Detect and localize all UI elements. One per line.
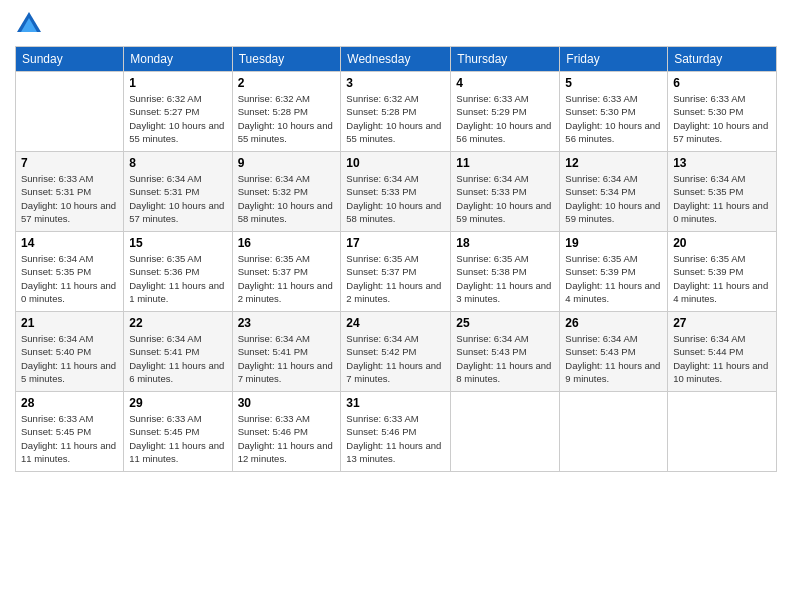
day-info: Sunrise: 6:34 AMSunset: 5:35 PMDaylight:…	[673, 172, 771, 225]
day-number: 10	[346, 156, 445, 170]
day-cell: 24Sunrise: 6:34 AMSunset: 5:42 PMDayligh…	[341, 312, 451, 392]
day-cell: 29Sunrise: 6:33 AMSunset: 5:45 PMDayligh…	[124, 392, 232, 472]
week-row-2: 14Sunrise: 6:34 AMSunset: 5:35 PMDayligh…	[16, 232, 777, 312]
day-number: 7	[21, 156, 118, 170]
day-cell	[668, 392, 777, 472]
day-info: Sunrise: 6:35 AMSunset: 5:38 PMDaylight:…	[456, 252, 554, 305]
day-number: 14	[21, 236, 118, 250]
day-header-sunday: Sunday	[16, 47, 124, 72]
day-number: 12	[565, 156, 662, 170]
day-cell	[451, 392, 560, 472]
day-cell: 20Sunrise: 6:35 AMSunset: 5:39 PMDayligh…	[668, 232, 777, 312]
day-number: 21	[21, 316, 118, 330]
day-cell: 6Sunrise: 6:33 AMSunset: 5:30 PMDaylight…	[668, 72, 777, 152]
day-number: 2	[238, 76, 336, 90]
day-header-monday: Monday	[124, 47, 232, 72]
day-number: 6	[673, 76, 771, 90]
day-cell: 4Sunrise: 6:33 AMSunset: 5:29 PMDaylight…	[451, 72, 560, 152]
day-cell: 28Sunrise: 6:33 AMSunset: 5:45 PMDayligh…	[16, 392, 124, 472]
day-cell: 25Sunrise: 6:34 AMSunset: 5:43 PMDayligh…	[451, 312, 560, 392]
logo-icon	[15, 10, 43, 38]
day-number: 24	[346, 316, 445, 330]
day-info: Sunrise: 6:34 AMSunset: 5:32 PMDaylight:…	[238, 172, 336, 225]
day-info: Sunrise: 6:33 AMSunset: 5:29 PMDaylight:…	[456, 92, 554, 145]
day-number: 29	[129, 396, 226, 410]
day-cell: 15Sunrise: 6:35 AMSunset: 5:36 PMDayligh…	[124, 232, 232, 312]
day-cell: 2Sunrise: 6:32 AMSunset: 5:28 PMDaylight…	[232, 72, 341, 152]
day-cell: 5Sunrise: 6:33 AMSunset: 5:30 PMDaylight…	[560, 72, 668, 152]
day-number: 17	[346, 236, 445, 250]
day-info: Sunrise: 6:34 AMSunset: 5:41 PMDaylight:…	[129, 332, 226, 385]
day-info: Sunrise: 6:35 AMSunset: 5:37 PMDaylight:…	[346, 252, 445, 305]
day-info: Sunrise: 6:34 AMSunset: 5:42 PMDaylight:…	[346, 332, 445, 385]
day-cell: 22Sunrise: 6:34 AMSunset: 5:41 PMDayligh…	[124, 312, 232, 392]
day-info: Sunrise: 6:33 AMSunset: 5:46 PMDaylight:…	[346, 412, 445, 465]
day-number: 11	[456, 156, 554, 170]
day-info: Sunrise: 6:35 AMSunset: 5:39 PMDaylight:…	[673, 252, 771, 305]
day-info: Sunrise: 6:32 AMSunset: 5:28 PMDaylight:…	[238, 92, 336, 145]
header-row: SundayMondayTuesdayWednesdayThursdayFrid…	[16, 47, 777, 72]
day-cell: 10Sunrise: 6:34 AMSunset: 5:33 PMDayligh…	[341, 152, 451, 232]
day-number: 18	[456, 236, 554, 250]
week-row-1: 7Sunrise: 6:33 AMSunset: 5:31 PMDaylight…	[16, 152, 777, 232]
day-cell: 18Sunrise: 6:35 AMSunset: 5:38 PMDayligh…	[451, 232, 560, 312]
week-row-4: 28Sunrise: 6:33 AMSunset: 5:45 PMDayligh…	[16, 392, 777, 472]
day-number: 30	[238, 396, 336, 410]
logo	[15, 10, 47, 38]
day-cell: 26Sunrise: 6:34 AMSunset: 5:43 PMDayligh…	[560, 312, 668, 392]
day-number: 22	[129, 316, 226, 330]
day-number: 1	[129, 76, 226, 90]
day-number: 31	[346, 396, 445, 410]
day-cell: 23Sunrise: 6:34 AMSunset: 5:41 PMDayligh…	[232, 312, 341, 392]
day-header-thursday: Thursday	[451, 47, 560, 72]
day-info: Sunrise: 6:34 AMSunset: 5:43 PMDaylight:…	[456, 332, 554, 385]
day-number: 28	[21, 396, 118, 410]
day-info: Sunrise: 6:33 AMSunset: 5:45 PMDaylight:…	[21, 412, 118, 465]
day-cell: 1Sunrise: 6:32 AMSunset: 5:27 PMDaylight…	[124, 72, 232, 152]
day-cell: 27Sunrise: 6:34 AMSunset: 5:44 PMDayligh…	[668, 312, 777, 392]
day-number: 19	[565, 236, 662, 250]
day-info: Sunrise: 6:33 AMSunset: 5:30 PMDaylight:…	[565, 92, 662, 145]
day-info: Sunrise: 6:32 AMSunset: 5:28 PMDaylight:…	[346, 92, 445, 145]
day-number: 13	[673, 156, 771, 170]
day-info: Sunrise: 6:34 AMSunset: 5:44 PMDaylight:…	[673, 332, 771, 385]
week-row-3: 21Sunrise: 6:34 AMSunset: 5:40 PMDayligh…	[16, 312, 777, 392]
day-number: 4	[456, 76, 554, 90]
day-number: 20	[673, 236, 771, 250]
day-number: 9	[238, 156, 336, 170]
day-info: Sunrise: 6:33 AMSunset: 5:45 PMDaylight:…	[129, 412, 226, 465]
day-number: 27	[673, 316, 771, 330]
day-cell: 9Sunrise: 6:34 AMSunset: 5:32 PMDaylight…	[232, 152, 341, 232]
week-row-0: 1Sunrise: 6:32 AMSunset: 5:27 PMDaylight…	[16, 72, 777, 152]
day-cell: 21Sunrise: 6:34 AMSunset: 5:40 PMDayligh…	[16, 312, 124, 392]
day-info: Sunrise: 6:34 AMSunset: 5:31 PMDaylight:…	[129, 172, 226, 225]
day-info: Sunrise: 6:34 AMSunset: 5:35 PMDaylight:…	[21, 252, 118, 305]
day-number: 25	[456, 316, 554, 330]
day-cell: 12Sunrise: 6:34 AMSunset: 5:34 PMDayligh…	[560, 152, 668, 232]
day-info: Sunrise: 6:33 AMSunset: 5:30 PMDaylight:…	[673, 92, 771, 145]
day-info: Sunrise: 6:34 AMSunset: 5:33 PMDaylight:…	[456, 172, 554, 225]
day-cell: 19Sunrise: 6:35 AMSunset: 5:39 PMDayligh…	[560, 232, 668, 312]
day-header-wednesday: Wednesday	[341, 47, 451, 72]
day-cell: 8Sunrise: 6:34 AMSunset: 5:31 PMDaylight…	[124, 152, 232, 232]
day-header-friday: Friday	[560, 47, 668, 72]
day-cell: 30Sunrise: 6:33 AMSunset: 5:46 PMDayligh…	[232, 392, 341, 472]
day-info: Sunrise: 6:34 AMSunset: 5:43 PMDaylight:…	[565, 332, 662, 385]
day-cell: 13Sunrise: 6:34 AMSunset: 5:35 PMDayligh…	[668, 152, 777, 232]
day-cell	[16, 72, 124, 152]
day-info: Sunrise: 6:35 AMSunset: 5:37 PMDaylight:…	[238, 252, 336, 305]
day-cell: 14Sunrise: 6:34 AMSunset: 5:35 PMDayligh…	[16, 232, 124, 312]
day-number: 3	[346, 76, 445, 90]
day-number: 26	[565, 316, 662, 330]
day-info: Sunrise: 6:35 AMSunset: 5:36 PMDaylight:…	[129, 252, 226, 305]
day-number: 8	[129, 156, 226, 170]
day-cell: 31Sunrise: 6:33 AMSunset: 5:46 PMDayligh…	[341, 392, 451, 472]
day-cell	[560, 392, 668, 472]
day-header-tuesday: Tuesday	[232, 47, 341, 72]
day-number: 23	[238, 316, 336, 330]
day-number: 15	[129, 236, 226, 250]
day-cell: 16Sunrise: 6:35 AMSunset: 5:37 PMDayligh…	[232, 232, 341, 312]
page: SundayMondayTuesdayWednesdayThursdayFrid…	[0, 0, 792, 482]
day-number: 16	[238, 236, 336, 250]
day-info: Sunrise: 6:34 AMSunset: 5:41 PMDaylight:…	[238, 332, 336, 385]
